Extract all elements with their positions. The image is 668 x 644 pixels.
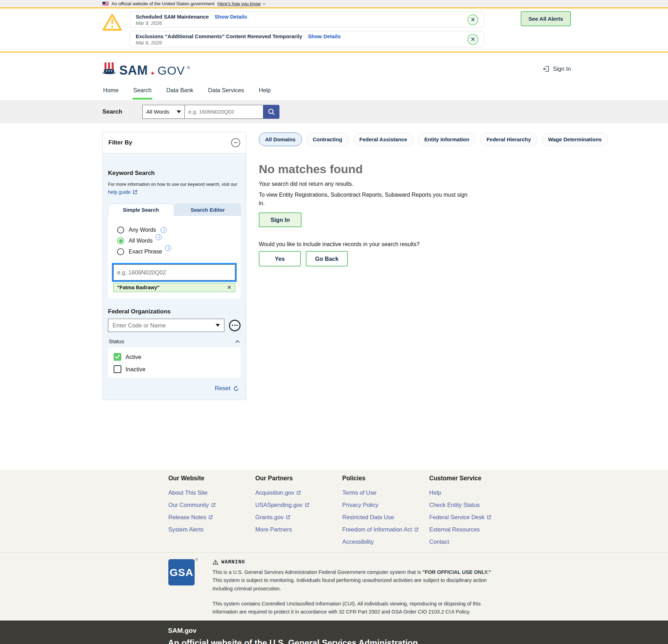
warning-paragraph-2: This system contains Controlled Unclassi… <box>212 600 493 616</box>
domain-pill-contracting[interactable]: Contracting <box>306 133 349 146</box>
tab-simple-search[interactable]: Simple Search <box>108 204 174 216</box>
site-footer: Our Website About This Site Our Communit… <box>0 470 668 621</box>
info-icon[interactable]: i <box>161 227 167 233</box>
sign-in-note: To view Entity Registrations, Subcontrac… <box>259 191 469 208</box>
close-alert-button[interactable]: ✕ <box>467 34 478 45</box>
logo-text-sam: SAM <box>119 65 148 76</box>
gov-banner: An official website of the United States… <box>0 0 668 8</box>
gsa-logo: GSA <box>168 559 195 585</box>
system-warning: WARNING This is a U.S. General Services … <box>212 559 493 616</box>
see-all-alerts-button[interactable]: See All Alerts <box>521 11 571 26</box>
nav-item-data-services[interactable]: Data Services <box>207 85 245 98</box>
footer-link-foia[interactable]: Freedom of Information Act <box>342 526 419 533</box>
footer-column-our-partners: Our Partners Acquisition.gov USASpending… <box>255 475 342 550</box>
external-link-icon <box>208 515 213 520</box>
footer-link-system-alerts[interactable]: System Alerts <box>168 526 204 533</box>
sign-in-button[interactable]: Sign In <box>259 212 302 227</box>
footer-link-more-partners[interactable]: More Partners <box>255 526 292 533</box>
keyword-search-help-text: For more information on how to use our k… <box>108 181 241 196</box>
alert-card: Exclusions “Additional Comments” Content… <box>130 31 484 47</box>
radio-all-words[interactable] <box>117 237 124 244</box>
domain-pill-all-domains[interactable]: All Domains <box>259 133 302 146</box>
radio-exact-phrase-label: Exact Phrase <box>129 249 162 255</box>
domain-pill-entity-information[interactable]: Entity Information <box>418 133 475 146</box>
org-more-options-button[interactable] <box>229 320 241 331</box>
checkbox-inactive[interactable] <box>114 365 121 373</box>
nav-item-home[interactable]: Home <box>102 85 119 98</box>
sign-in-link[interactable]: Sign In <box>542 65 571 73</box>
domain-pills: All Domains Contracting Federal Assistan… <box>259 133 668 146</box>
no-matches-title: No matches found <box>259 162 668 176</box>
logo-text-gov: GOV <box>157 65 185 76</box>
gov-banner-text: An official website of the United States… <box>112 1 215 6</box>
checkbox-active[interactable] <box>114 353 121 361</box>
nav-item-help[interactable]: Help <box>258 85 271 98</box>
footer-link-check-entity-status[interactable]: Check Entity Status <box>429 501 480 508</box>
main-nav: Home Search Data Bank Data Services Help <box>0 85 668 100</box>
radio-all-words-label: All Words <box>129 238 153 244</box>
help-guide-link[interactable]: help guide <box>108 188 137 196</box>
remove-chip-icon[interactable]: ✕ <box>227 284 231 291</box>
external-link-icon <box>211 503 216 507</box>
alert-date: Mar 6, 2026 <box>136 40 463 46</box>
close-alert-button[interactable]: ✕ <box>467 14 478 25</box>
go-back-button[interactable]: Go Back <box>306 251 348 266</box>
domain-pill-federal-assistance[interactable]: Federal Assistance <box>353 133 413 146</box>
nav-item-search[interactable]: Search <box>133 85 152 100</box>
logo-star-icon: ★ <box>150 70 155 76</box>
radio-any-words[interactable] <box>117 226 124 233</box>
site-header: SAM ★ GOV ® Sign In <box>0 53 668 85</box>
federal-organizations-combo[interactable]: Enter Code or Name <box>108 319 224 332</box>
close-icon: ✕ <box>470 16 475 23</box>
footer-column-customer-service: Customer Service Help Check Entity Statu… <box>429 475 516 550</box>
domain-pill-wage-determinations[interactable]: Wage Determinations <box>542 133 608 146</box>
reset-filters-link[interactable]: Reset <box>215 385 230 392</box>
external-link-icon <box>286 515 290 520</box>
how-you-know-link[interactable]: Here's how you know <box>217 1 265 6</box>
footer-link-about-this-site[interactable]: About This Site <box>168 489 208 496</box>
collapse-filters-button[interactable] <box>231 138 240 147</box>
warning-paragraph-1: This is a U.S. General Services Administ… <box>212 568 493 593</box>
close-icon: ✕ <box>470 36 475 43</box>
external-link-icon <box>296 490 301 495</box>
search-mode-select[interactable]: All Words <box>142 105 185 119</box>
info-icon[interactable]: i <box>156 234 162 240</box>
alert-show-details-link[interactable]: Show Details <box>215 14 247 20</box>
search-submit-button[interactable] <box>263 105 279 119</box>
keyword-search-input[interactable] <box>113 264 235 280</box>
footer-link-contact[interactable]: Contact <box>429 538 449 545</box>
keyword-search-title: Keyword Search <box>108 170 241 177</box>
warning-heading: WARNING <box>221 559 245 565</box>
search-band: Search All Words <box>0 100 668 123</box>
footer-link-external-resources[interactable]: External Resources <box>429 526 480 533</box>
chevron-up-icon[interactable] <box>235 340 240 345</box>
footer-link-grants-gov[interactable]: Grants.gov <box>255 514 290 521</box>
footer-link-usaspending-gov[interactable]: USASpending.gov <box>255 501 309 508</box>
tab-search-editor[interactable]: Search Editor <box>175 204 241 216</box>
federal-organizations-title: Federal Organizations <box>108 308 241 315</box>
domain-pill-federal-hierarchy[interactable]: Federal Hierarchy <box>480 133 537 146</box>
footer-link-acquisition-gov[interactable]: Acquisition.gov <box>255 489 301 496</box>
reset-icon[interactable] <box>233 386 239 392</box>
footer-link-terms-of-use[interactable]: Terms of Use <box>342 489 376 496</box>
alert-show-details-link[interactable]: Show Details <box>308 33 340 39</box>
alert-card: Scheduled SAM Maintenance Show Details M… <box>130 11 484 28</box>
nav-item-data-bank[interactable]: Data Bank <box>166 85 194 98</box>
warning-triangle-icon <box>102 13 122 32</box>
footer-link-federal-service-desk[interactable]: Federal Service Desk <box>429 514 491 521</box>
footer-link-accessibility[interactable]: Accessibility <box>342 538 374 545</box>
footer-link-release-notes[interactable]: Release Notes <box>168 514 213 521</box>
footer-link-restricted-data-use[interactable]: Restricted Data Use <box>342 514 394 521</box>
footer-link-privacy-policy[interactable]: Privacy Policy <box>342 501 378 508</box>
alert-title: Scheduled SAM Maintenance <box>136 14 209 20</box>
radio-exact-phrase[interactable] <box>117 248 124 255</box>
yes-button[interactable]: Yes <box>259 251 301 266</box>
external-link-icon <box>414 527 419 532</box>
sam-gov-logo[interactable]: SAM ★ GOV ® <box>101 61 190 76</box>
results-area: All Domains Contracting Federal Assistan… <box>259 132 668 266</box>
info-icon[interactable]: i <box>165 245 171 251</box>
global-search-input[interactable] <box>185 105 263 119</box>
footer-link-our-community[interactable]: Our Community <box>168 501 216 508</box>
external-link-icon <box>305 503 309 507</box>
footer-link-help[interactable]: Help <box>429 489 441 496</box>
